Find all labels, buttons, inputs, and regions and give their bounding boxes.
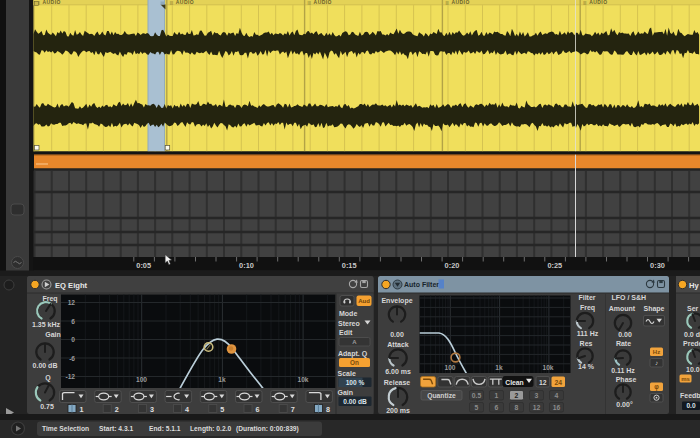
svg-text:8: 8: [515, 404, 519, 411]
svg-text:On: On: [350, 359, 359, 366]
svg-text:0.0: 0.0: [686, 402, 695, 409]
svg-text:End: 5.1.1: End: 5.1.1: [149, 425, 181, 432]
svg-text:AUDIO: AUDIO: [589, 0, 607, 5]
svg-text:Ser: Ser: [687, 305, 699, 312]
svg-text:0:25: 0:25: [547, 261, 562, 270]
svg-text:Quantize: Quantize: [427, 392, 456, 400]
svg-text:Start: 4.3.1: Start: 4.3.1: [99, 425, 133, 432]
svg-text:|||: |||: [445, 0, 448, 5]
svg-text:4: 4: [185, 405, 189, 414]
svg-text:A: A: [352, 339, 357, 345]
svg-text:6: 6: [256, 405, 260, 414]
svg-text:5: 5: [475, 404, 479, 411]
svg-text:2: 2: [515, 392, 519, 399]
svg-text:7: 7: [291, 405, 295, 414]
svg-text:Rate: Rate: [616, 340, 631, 347]
svg-text:φ: φ: [654, 383, 659, 391]
svg-text:Release: Release: [384, 379, 411, 386]
svg-text:Clean: Clean: [505, 379, 524, 386]
svg-text:Filter: Filter: [578, 294, 595, 301]
svg-text:Adapt. Q: Adapt. Q: [338, 350, 368, 358]
svg-text:|||: |||: [308, 0, 311, 5]
svg-text:-12: -12: [65, 373, 75, 380]
svg-text:|||: |||: [583, 0, 586, 5]
svg-text:0.00 dB: 0.00 dB: [343, 398, 367, 405]
svg-text:111 Hz: 111 Hz: [577, 330, 599, 337]
svg-text:Gain: Gain: [338, 389, 354, 396]
svg-text:24: 24: [554, 379, 562, 386]
svg-text:0:05: 0:05: [136, 261, 151, 270]
svg-text:AUDIO: AUDIO: [314, 0, 332, 5]
svg-text:LFO / S&H: LFO / S&H: [612, 294, 647, 301]
svg-text:1k: 1k: [218, 376, 226, 383]
svg-text:0.11 Hz: 0.11 Hz: [611, 367, 635, 374]
svg-text:AUDIO: AUDIO: [176, 0, 194, 5]
svg-text:200 ms: 200 ms: [386, 407, 410, 414]
svg-text:4: 4: [555, 392, 559, 399]
svg-text:3: 3: [150, 405, 154, 414]
svg-text:12: 12: [68, 299, 76, 306]
svg-text:(Duration: 0:00:839): (Duration: 0:00:839): [236, 425, 299, 433]
svg-text:1: 1: [80, 405, 84, 414]
svg-text:Attack: Attack: [387, 341, 409, 348]
svg-text:EQ Eight: EQ Eight: [55, 281, 88, 290]
svg-text:Shape: Shape: [643, 305, 664, 313]
svg-text:Scale: Scale: [338, 370, 356, 377]
svg-text:3: 3: [535, 392, 539, 399]
svg-text:8: 8: [326, 405, 330, 414]
svg-text:♪: ♪: [655, 359, 658, 366]
svg-text:14 %: 14 %: [578, 363, 595, 370]
svg-text:Envelope: Envelope: [381, 297, 412, 305]
svg-text:AUDIO: AUDIO: [43, 0, 61, 5]
svg-text:0.0 d: 0.0 d: [684, 331, 700, 338]
svg-text:0.00°: 0.00°: [616, 401, 633, 408]
svg-text:10.0: 10.0: [686, 366, 700, 373]
svg-text:6: 6: [71, 318, 75, 325]
svg-text:100: 100: [444, 364, 455, 371]
svg-text:6: 6: [495, 404, 499, 411]
svg-text:Mode: Mode: [339, 310, 357, 317]
svg-text:1k: 1k: [495, 364, 503, 371]
svg-text:16: 16: [553, 404, 561, 411]
svg-text:0.00: 0.00: [390, 331, 404, 338]
svg-text:Auto Filter: Auto Filter: [404, 281, 439, 288]
svg-text:10k: 10k: [542, 364, 553, 371]
svg-text:0.75: 0.75: [40, 403, 54, 410]
svg-text:Res: Res: [580, 340, 593, 347]
svg-text:0:15: 0:15: [342, 261, 357, 270]
svg-text:Freq: Freq: [580, 304, 595, 312]
svg-text:12: 12: [539, 379, 547, 386]
svg-text:Length: 0.2.0: Length: 0.2.0: [190, 425, 232, 433]
svg-text:Stereo: Stereo: [338, 320, 360, 327]
svg-text:Time Selection: Time Selection: [42, 425, 89, 432]
svg-text:5: 5: [220, 405, 224, 414]
svg-text:ms: ms: [681, 376, 690, 382]
svg-text:0.00: 0.00: [618, 331, 632, 338]
svg-text:1: 1: [495, 392, 499, 399]
svg-text:Aud: Aud: [358, 298, 370, 304]
svg-text:Gain: Gain: [45, 331, 61, 338]
svg-text:Hz: Hz: [653, 349, 660, 355]
svg-text:Hy: Hy: [689, 281, 699, 290]
svg-text:-6: -6: [69, 355, 75, 362]
svg-text:Phase: Phase: [616, 376, 637, 383]
svg-text:0: 0: [71, 336, 75, 343]
svg-text:AUDIO: AUDIO: [451, 0, 469, 5]
svg-text:0.00 dB: 0.00 dB: [33, 362, 58, 369]
svg-text:6.00 ms: 6.00 ms: [385, 368, 411, 375]
svg-text:Prede: Prede: [683, 340, 700, 347]
svg-text:Feedb: Feedb: [680, 392, 700, 399]
svg-text:12: 12: [533, 404, 541, 411]
svg-text:Q: Q: [45, 374, 51, 382]
svg-text:100 %: 100 %: [346, 379, 365, 386]
svg-text:0:20: 0:20: [445, 261, 460, 270]
svg-text:Edit: Edit: [339, 329, 353, 336]
svg-text:|||: |||: [170, 0, 173, 5]
svg-text:Amount: Amount: [609, 305, 636, 312]
svg-text:0:10: 0:10: [239, 261, 254, 270]
svg-text:1.35 kHz: 1.35 kHz: [32, 321, 61, 328]
svg-text:100: 100: [136, 376, 147, 383]
svg-text:0:30: 0:30: [650, 261, 665, 270]
svg-text:2: 2: [115, 405, 119, 414]
svg-text:10k: 10k: [297, 376, 308, 383]
